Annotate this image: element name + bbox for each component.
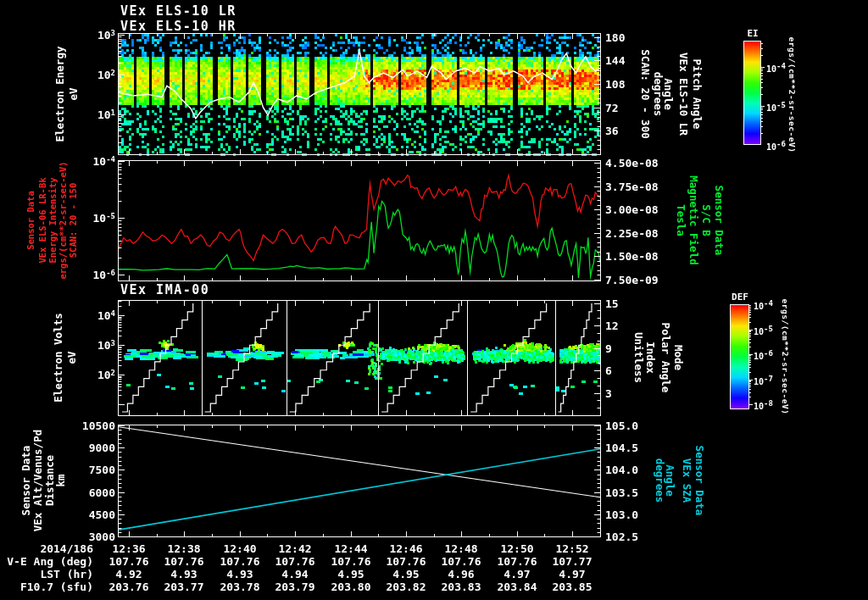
panel3-right-label: Polar Angle bbox=[660, 323, 671, 393]
panel1-ylabel: eV bbox=[68, 87, 79, 100]
panel3-right-tick: 9 bbox=[605, 343, 612, 354]
bottom-row-label: V-E Ang (deg) bbox=[0, 556, 93, 567]
panel1-title-line1: VEx ELS-10 LR bbox=[120, 6, 236, 17]
colorbar2-tick: 10-4 bbox=[754, 300, 773, 311]
time-tick-label: 12:38 bbox=[167, 543, 200, 554]
panel2-right-label: Sensor Data bbox=[714, 186, 725, 256]
panel3-right-label: Mode bbox=[673, 345, 684, 370]
time-tick-label: 12:50 bbox=[500, 543, 533, 554]
bottom-row-value: 107.76 bbox=[220, 556, 260, 567]
time-tick-label: 12:46 bbox=[389, 543, 422, 554]
panel4-right-tick: 104.0 bbox=[605, 464, 638, 475]
panel2-right-tick: 7.50e-09 bbox=[605, 275, 659, 286]
panel2-ylabel: SCAN: 20 - 150 bbox=[69, 183, 78, 258]
panel2-ylabel: VEx ELS-06 LR-Bk bbox=[38, 177, 47, 263]
bottom-row-value: 107.76 bbox=[387, 556, 426, 567]
time-tick-label: 12:40 bbox=[223, 543, 256, 554]
panel3-right-label: Index bbox=[645, 342, 656, 374]
panel1-right-tick: 72 bbox=[605, 103, 619, 114]
colorbar1-tick: 10-5 bbox=[766, 102, 786, 113]
colorbar2-tick: 10-5 bbox=[754, 325, 773, 336]
panel3-right-tick: 3 bbox=[605, 388, 612, 399]
panel1-right-tick: 108 bbox=[605, 79, 625, 90]
time-tick-label: 12:48 bbox=[444, 543, 477, 554]
bottom-row-value: 203.79 bbox=[275, 581, 315, 592]
panel4-right-tick: 105.0 bbox=[605, 420, 638, 431]
colorbar2-units-label: ergs/(cm**2-sr-sec-eV) bbox=[781, 299, 789, 415]
colorbar1-units-label: ergs/(cm**2-sr-sec-eV) bbox=[787, 37, 796, 153]
panel4-right-tick: 103.0 bbox=[605, 509, 638, 520]
panel1-right-label: Angle bbox=[663, 78, 674, 110]
bottom-row-value: 107.76 bbox=[498, 556, 537, 567]
panel2-ylabel: Energy Intensity bbox=[48, 177, 58, 263]
panel2-ylabel: ergs/(cm**2-sr-sec-eV) bbox=[58, 161, 68, 279]
panel2-right-label: S/C B bbox=[701, 204, 712, 236]
bottom-row-value: 203.78 bbox=[220, 581, 260, 592]
panel4-right-tick: 104.5 bbox=[605, 442, 638, 453]
panel3-right-label: Unitless bbox=[633, 332, 644, 383]
panel1-left-tick: 103 bbox=[0, 30, 115, 41]
panel4-left-tick: 9000 bbox=[0, 442, 115, 453]
panel4-left-tick: 4500 bbox=[0, 509, 115, 520]
panel1-right-label: VEx ELS-10 LR bbox=[678, 53, 689, 136]
panel2-right-tick: 4.50e-08 bbox=[605, 158, 659, 169]
panel1-right-tick: 36 bbox=[605, 125, 619, 136]
colorbar2-tick: 10-8 bbox=[754, 400, 773, 411]
panel2-right-tick: 3.75e-08 bbox=[605, 181, 659, 192]
panel4-left-tick: 6000 bbox=[0, 487, 115, 498]
time-tick-label: 12:44 bbox=[334, 543, 367, 554]
panel2-ylabel: Sensor Data bbox=[26, 191, 36, 250]
colorbar2-title: DEF bbox=[732, 292, 748, 303]
bottom-row-value: 107.77 bbox=[553, 556, 593, 567]
bottom-row-value: 4.95 bbox=[392, 569, 419, 580]
colorbar2-tick: 10-6 bbox=[754, 350, 773, 361]
panel4-ylabel: km bbox=[55, 474, 66, 486]
bottom-row-value: 4.96 bbox=[448, 569, 474, 580]
panel4-right-label: Angle bbox=[665, 464, 676, 497]
bottom-row-value: 203.83 bbox=[442, 581, 481, 592]
panel1-ylabel: Electron Energy bbox=[54, 47, 65, 142]
date-label: 2014/186 bbox=[0, 543, 93, 554]
panel2-right-tick: 1.50e-08 bbox=[605, 251, 659, 262]
bottom-row-value: 4.97 bbox=[559, 569, 585, 580]
bottom-row-value: 203.82 bbox=[387, 581, 426, 592]
panel1-title-line2: VEx ELS-10 HR bbox=[120, 21, 236, 32]
bottom-row-value: 107.76 bbox=[109, 556, 149, 567]
time-tick-label: 12:42 bbox=[278, 543, 311, 554]
bottom-row-value: 4.95 bbox=[337, 569, 364, 580]
panel2-right-label: Magnetic Field bbox=[688, 175, 699, 264]
panel4-right-label: Sensor Data bbox=[694, 446, 705, 516]
bottom-row-value: 4.93 bbox=[170, 569, 197, 580]
panel1-right-tick: 180 bbox=[605, 32, 625, 43]
panel1-right-tick: 144 bbox=[605, 55, 625, 66]
bottom-row-value: 203.76 bbox=[109, 581, 149, 592]
panel4-right-label: VEx SZA bbox=[682, 458, 693, 503]
time-tick-label: 12:36 bbox=[112, 543, 145, 554]
vex-browse-plot-page: VEx ELS-10 LR VEx ELS-10 HR VEx IMA-00 E… bbox=[0, 0, 868, 600]
bottom-row-value: 107.76 bbox=[442, 556, 481, 567]
panel3-ylabel: Electron Volts bbox=[53, 313, 64, 402]
bottom-row-label: F10.7 (sfu) bbox=[0, 581, 93, 592]
panel4-ylabel: Sensor Data bbox=[20, 446, 31, 516]
panel2-right-tick: 3.00e-08 bbox=[605, 204, 659, 215]
bottom-row-value: 203.85 bbox=[553, 581, 593, 592]
colorbar1-title: EI bbox=[747, 28, 758, 39]
bottom-row-value: 107.76 bbox=[164, 556, 204, 567]
bottom-row-value: 4.93 bbox=[226, 569, 253, 580]
bottom-row-value: 4.94 bbox=[281, 569, 308, 580]
panel3-right-tick: 6 bbox=[605, 365, 612, 376]
panel2-right-tick: 2.25e-08 bbox=[605, 228, 659, 239]
bottom-row-value: 4.92 bbox=[115, 569, 142, 580]
panel3-ylabel: eV bbox=[66, 351, 77, 364]
panel4-right-tick: 102.5 bbox=[605, 531, 638, 542]
bottom-row-value: 203.77 bbox=[164, 581, 204, 592]
panel1-right-label: Pitch Angle bbox=[692, 59, 703, 130]
panel4-right-tick: 103.5 bbox=[605, 487, 638, 498]
bottom-row-value: 107.76 bbox=[275, 556, 315, 567]
bottom-row-value: 203.84 bbox=[498, 581, 537, 592]
colorbar1-tick: 10-4 bbox=[766, 63, 786, 74]
panel3-right-tick: 12 bbox=[605, 320, 619, 331]
colorbar2-tick: 10-7 bbox=[754, 375, 773, 386]
bottom-row-value: 107.76 bbox=[331, 556, 371, 567]
colorbar1-tick: 10-6 bbox=[766, 141, 786, 152]
